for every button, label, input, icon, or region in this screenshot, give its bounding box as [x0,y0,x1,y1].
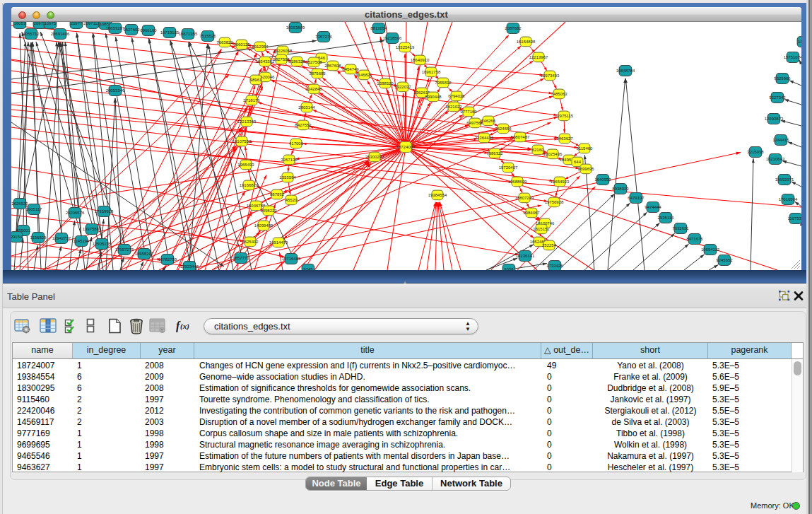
svg-text:7955812: 7955812 [435,81,452,85]
svg-text:13975867: 13975867 [83,227,102,231]
svg-text:7663822: 7663822 [216,40,233,45]
svg-text:2867608: 2867608 [324,64,341,68]
svg-text:1527602: 1527602 [123,28,140,32]
svg-text:9084067: 9084067 [523,211,540,215]
svg-text:746266: 746266 [481,119,496,123]
svg-text:15720407: 15720407 [499,165,518,170]
svg-text:19654923: 19654923 [551,180,570,184]
svg-text:5322037: 5322037 [394,85,411,89]
svg-text:16053809: 16053809 [286,25,305,30]
svg-text:16210643: 16210643 [766,157,785,161]
svg-text:3215938: 3215938 [747,150,764,154]
svg-text:8938923: 8938923 [612,187,629,191]
svg-text:9115460: 9115460 [577,146,594,151]
svg-text:8990448: 8990448 [425,95,442,99]
svg-text:3498222: 3498222 [260,209,277,213]
svg-text:1965493: 1965493 [237,163,254,167]
svg-text:9699695: 9699695 [577,167,594,171]
svg-text:3624554: 3624554 [495,127,512,131]
svg-text:8427552: 8427552 [295,123,312,127]
svg-text:11171: 11171 [798,40,801,44]
svg-text:1353594: 1353594 [279,175,296,180]
svg-text:2087682: 2087682 [505,26,522,30]
svg-text:20977: 20977 [71,22,83,25]
svg-text:9777169: 9777169 [460,110,477,114]
svg-text:1167532: 1167532 [788,216,801,221]
svg-text:12093873: 12093873 [765,117,784,121]
svg-text:62160: 62160 [532,148,544,152]
svg-text:644: 644 [574,160,582,164]
svg-text:16961758: 16961758 [422,70,441,74]
svg-text:18724007: 18724007 [396,144,416,149]
svg-text:1588520: 1588520 [377,81,394,86]
svg-text:3267130: 3267130 [281,158,298,162]
svg-text:252254: 252254 [542,243,557,247]
svg-text:98961: 98961 [250,78,262,82]
svg-text:39154: 39154 [11,235,23,239]
svg-text:9245652: 9245652 [716,258,733,262]
svg-text:8813054: 8813054 [370,26,387,30]
svg-text:10653287: 10653287 [106,26,125,30]
svg-text:9329966: 9329966 [774,76,791,81]
svg-text:887832: 887832 [270,192,285,197]
svg-text:(x): (x) [180,322,189,331]
svg-text:19756928: 19756928 [545,200,564,204]
svg-text:1733426: 1733426 [546,264,563,268]
svg-text:13325419: 13325419 [396,45,415,49]
svg-text:10025436: 10025436 [543,152,563,156]
svg-text:10807487: 10807487 [511,135,530,139]
svg-text:417006: 417006 [289,141,304,146]
svg-text:20206576: 20206576 [66,211,85,215]
svg-text:2718176: 2718176 [243,98,260,103]
svg-text:9227342: 9227342 [769,95,786,100]
svg-text:16053: 16053 [14,22,26,25]
svg-text:15716485: 15716485 [282,257,301,261]
svg-text:4055712: 4055712 [23,32,40,36]
svg-text:1156829: 1156829 [30,235,47,240]
svg-text:8471676: 8471676 [686,237,703,241]
svg-text:12975115: 12975115 [555,114,574,118]
svg-text:9474444: 9474444 [645,205,661,209]
svg-text:16046788: 16046788 [247,204,266,208]
svg-text:8912954: 8912954 [252,45,269,49]
svg-text:7485063: 7485063 [551,92,567,96]
svg-text:7986322: 7986322 [486,151,503,156]
svg-text:14099489: 14099489 [254,223,273,228]
svg-text:20053346: 20053346 [106,88,125,93]
svg-text:17359928: 17359928 [95,209,114,214]
svg-text:19384554: 19384554 [428,193,447,197]
svg-text:8186328: 8186328 [288,59,305,64]
svg-text:1615152: 1615152 [533,227,550,231]
svg-text:9660125: 9660125 [233,42,250,47]
svg-text:16671355: 16671355 [179,32,198,36]
svg-text:15751074: 15751074 [784,55,801,59]
svg-text:2626520: 2626520 [11,201,28,206]
svg-text:8454749: 8454749 [342,67,359,71]
svg-text:9242848: 9242848 [305,87,322,91]
svg-text:19218506: 19218506 [383,36,402,40]
svg-text:12923446: 12923446 [180,264,199,269]
svg-text:13226058: 13226058 [273,49,293,53]
svg-text:1145194: 1145194 [73,239,90,243]
svg-text:16154838: 16154838 [517,40,536,44]
svg-text:9245: 9245 [303,267,313,270]
svg-text:20691406: 20691406 [51,32,70,36]
svg-text:10973493: 10973493 [541,74,560,78]
svg-text:12942737: 12942737 [52,236,71,240]
svg-text:18640910: 18640910 [411,58,430,62]
svg-text:10688609: 10688609 [508,180,527,184]
svg-text:16848784: 16848784 [616,69,635,73]
svg-text:1905117: 1905117 [26,207,43,211]
svg-text:10654112: 10654112 [701,247,720,252]
svg-text:16107552: 16107552 [233,139,252,144]
svg-text:15692971: 15692971 [775,177,794,182]
svg-text:18807249: 18807249 [515,196,534,200]
svg-text:16914479: 16914479 [269,240,288,245]
svg-text:16782759: 16782759 [158,257,177,262]
svg-text:9058: 9058 [504,267,514,270]
svg-text:2803144: 2803144 [298,105,315,110]
svg-text:6966160: 6966160 [140,28,157,33]
svg-text:19166829: 19166829 [240,183,259,187]
svg-text:7632621: 7632621 [672,226,689,230]
svg-text:1640953: 1640953 [594,177,611,182]
